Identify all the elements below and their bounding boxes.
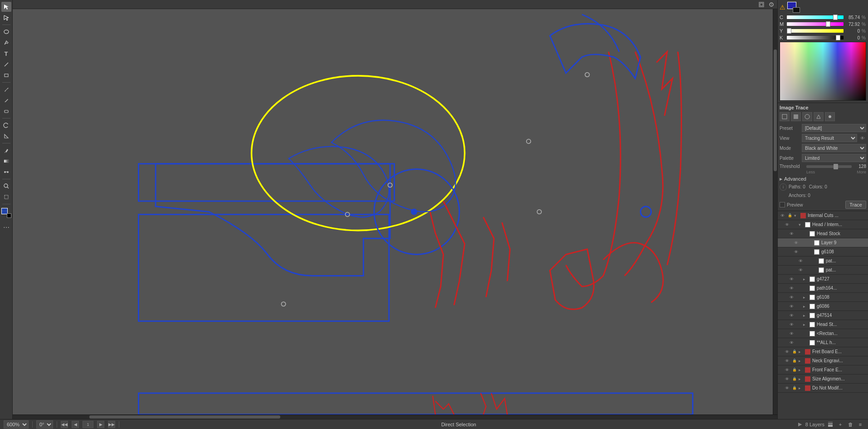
k-thumb[interactable] [836, 35, 840, 40]
layer-item-fret-board[interactable]: 👁🔒▸Fret Board E... [778, 347, 868, 356]
layer-expand-neck-engrav[interactable]: ▸ [799, 359, 804, 363]
text-tool[interactable]: T [1, 49, 11, 59]
m-track[interactable] [787, 22, 844, 26]
layer-eye-fret-board[interactable]: 👁 [783, 348, 790, 355]
layer-item-path1[interactable]: 👁pat... [778, 256, 868, 266]
layer-lock-g6086[interactable] [796, 303, 802, 310]
artboard-tool[interactable] [1, 192, 11, 202]
gradient-tool[interactable] [1, 156, 11, 166]
y-thumb[interactable] [787, 28, 791, 34]
nav-first-btn[interactable]: ◀◀ [61, 421, 68, 428]
layer-lock-do-not-mod[interactable]: 🔒 [791, 385, 798, 391]
layer-eye-path1[interactable]: 👁 [797, 257, 804, 265]
layer-eye-front-face[interactable]: 👁 [783, 366, 790, 374]
layer-lock-g4727[interactable] [796, 276, 802, 282]
layer-lock-head-stock[interactable] [796, 231, 802, 237]
layer-item-head-st[interactable]: 👁▸Head St... [778, 320, 868, 329]
canvas-vertical-scrollbar[interactable] [773, 9, 777, 414]
layer-lock-front-face[interactable]: 🔒 [791, 367, 798, 373]
layer-item-g4727[interactable]: 👁▸g4727 [778, 275, 868, 284]
layer-eye-head-intern[interactable]: 👁 [783, 221, 790, 228]
layer-lock-head-intern[interactable] [791, 222, 798, 228]
blend-tool[interactable] [1, 167, 11, 177]
c-track[interactable] [787, 15, 844, 19]
layer-item-all-h[interactable]: 👁**ALL h... [778, 338, 868, 347]
scale-tool[interactable] [1, 131, 11, 141]
layer-lock-all-h[interactable] [796, 340, 802, 346]
layer-eye-do-not-mod[interactable]: 👁 [783, 385, 790, 392]
layer-lock-g47514[interactable] [796, 312, 802, 319]
layer-lock-path1[interactable] [805, 258, 811, 264]
layer-expand-size-align[interactable]: ▸ [799, 377, 804, 381]
add-layer-icon[interactable]: + [836, 420, 844, 429]
layer-eye-layer9[interactable]: 👁 [792, 239, 800, 247]
layer-item-rectan[interactable]: 👁<Rectan... [778, 329, 868, 338]
layer-lock-neck-engrav[interactable]: 🔒 [791, 358, 798, 364]
layer-item-layer9[interactable]: 👁Layer 9 [778, 238, 868, 247]
layer-expand-do-not-mod[interactable]: ▸ [799, 386, 804, 390]
toolbar-stroke-swatch[interactable] [7, 213, 11, 218]
layer-item-g47514[interactable]: 👁▸g47514 [778, 311, 868, 320]
layer-expand-g47514[interactable]: ▸ [803, 313, 809, 318]
delete-layer-icon[interactable]: 🗑 [846, 420, 854, 429]
layer-item-path2[interactable]: 👁pat... [778, 266, 868, 275]
zoom-select[interactable]: 600% [4, 420, 29, 429]
view-select[interactable]: Tracing Result [802, 134, 857, 142]
more-tools[interactable]: ⋯ [1, 222, 11, 232]
layer-item-do-not-mod[interactable]: 👁🔒▸Do Not Modif... [778, 384, 868, 393]
rotation-select[interactable]: 0° [36, 420, 53, 429]
c-thumb[interactable] [833, 15, 838, 20]
threshold-thumb[interactable] [834, 164, 838, 169]
layer-eye-path164[interactable]: 👁 [788, 285, 795, 292]
pencil-tool[interactable] [1, 95, 11, 105]
layer-lock-g6108b[interactable] [796, 294, 802, 301]
layer-item-path164[interactable]: 👁path164... [778, 284, 868, 293]
pen-tool[interactable] [1, 38, 11, 48]
zoom-tool[interactable] [1, 181, 11, 191]
y-track[interactable] [787, 29, 844, 33]
layer-eye-all-h[interactable]: 👁 [788, 339, 795, 346]
view-eye-icon[interactable]: 👁 [859, 134, 866, 142]
layer-lock-path164[interactable] [796, 285, 802, 291]
layer-lock-head-st[interactable] [796, 321, 802, 328]
layer-expand-internal-cuts[interactable]: ▾ [794, 213, 800, 218]
trace-icon-2[interactable] [791, 112, 801, 121]
paintbrush-tool[interactable] [1, 84, 11, 94]
m-thumb[interactable] [826, 21, 830, 27]
layer-lock-rectan[interactable] [796, 330, 802, 337]
selection-tool[interactable] [1, 2, 11, 12]
trace-icon-4[interactable] [814, 112, 824, 121]
color-picker-box[interactable] [780, 42, 866, 101]
layer-eye-head-stock[interactable]: 👁 [788, 230, 795, 237]
layer-item-internal-cuts[interactable]: 👁🔒▾Internal Cuts ... [778, 211, 868, 220]
layer-lock-path2[interactable] [805, 267, 811, 273]
direct-selection-tool[interactable] [1, 13, 11, 23]
layer-eye-g47514[interactable]: 👁 [788, 312, 795, 319]
advanced-row[interactable]: ▶ Advanced [780, 176, 866, 182]
k-track[interactable] [787, 36, 844, 39]
layer-item-head-stock[interactable]: 👁Head Stock [778, 229, 868, 238]
layer-expand-head-st[interactable]: ▸ [803, 322, 809, 327]
layer-eye-rectan[interactable]: 👁 [788, 330, 795, 337]
threshold-track[interactable] [806, 165, 852, 168]
trace-icon-3[interactable] [802, 112, 812, 121]
layer-eye-internal-cuts[interactable]: 👁 [779, 212, 786, 219]
preview-checkbox[interactable] [780, 202, 785, 207]
layer-eye-size-align[interactable]: 👁 [783, 375, 790, 383]
layer-item-front-face[interactable]: 👁🔒▸Front Face E... [778, 365, 868, 375]
eyedropper-tool[interactable] [1, 145, 11, 155]
layer-eye-g6108[interactable]: 👁 [792, 248, 800, 256]
layer-expand-front-face[interactable]: ▸ [799, 368, 804, 372]
layer-item-size-align[interactable]: 👁🔒▸Size Alignmen... [778, 375, 868, 384]
new-layer-icon[interactable] [826, 420, 834, 429]
layer-eye-head-st[interactable]: 👁 [788, 321, 795, 328]
trace-icon-5[interactable] [825, 112, 835, 121]
nav-next-btn[interactable]: ▶ [97, 421, 104, 428]
canvas-scroll-thumb-h[interactable] [89, 415, 281, 419]
nav-page-input[interactable]: 1 [83, 421, 93, 428]
canvas-horizontal-scrollbar[interactable] [13, 414, 777, 419]
rotate-tool[interactable] [1, 120, 11, 130]
properties-icon[interactable] [767, 0, 775, 9]
layer-expand-g6108b[interactable]: ▸ [803, 295, 809, 300]
layer-eye-neck-engrav[interactable]: 👁 [783, 357, 790, 365]
